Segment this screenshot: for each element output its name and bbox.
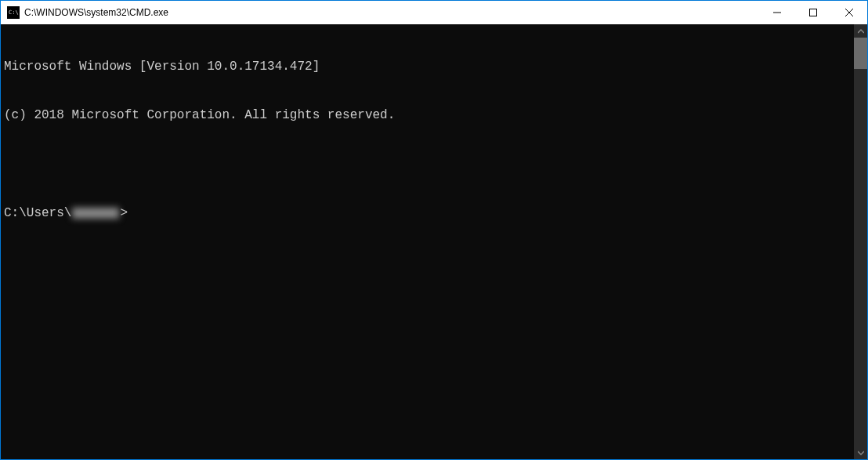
prompt-prefix: C:\Users\ [4,205,71,222]
prompt-suffix: > [120,205,128,222]
minimize-button[interactable] [759,1,795,24]
maximize-button[interactable] [795,1,831,24]
scrollbar-down-button[interactable] [854,446,867,459]
terminal-output-line: (c) 2018 Microsoft Corporation. All righ… [4,107,851,124]
maximize-icon [809,9,817,16]
minimize-icon [773,9,781,16]
window-controls [759,1,867,24]
terminal-output-line: Microsoft Windows [Version 10.0.17134.47… [4,59,851,75]
cmd-window: C:\WINDOWS\system32\CMD.exe Mi [1,1,867,459]
close-icon [845,9,853,16]
chevron-up-icon [858,28,864,34]
terminal-area: Microsoft Windows [Version 10.0.17134.47… [1,24,867,459]
terminal-prompt-line: C:\Users\> [4,205,851,222]
window-title: C:\WINDOWS\system32\CMD.exe [24,7,759,18]
titlebar[interactable]: C:\WINDOWS\system32\CMD.exe [1,1,867,24]
cmd-icon [7,6,20,19]
scrollbar-thumb[interactable] [854,38,867,69]
chevron-down-icon [858,450,864,456]
scrollbar-up-button[interactable] [854,24,867,38]
vertical-scrollbar[interactable] [854,24,867,459]
close-button[interactable] [831,1,867,24]
terminal-empty-line [4,156,851,172]
blurred-username [72,208,119,219]
terminal-content[interactable]: Microsoft Windows [Version 10.0.17134.47… [1,24,854,459]
scrollbar-track[interactable] [854,38,867,446]
svg-rect-1 [810,9,817,16]
